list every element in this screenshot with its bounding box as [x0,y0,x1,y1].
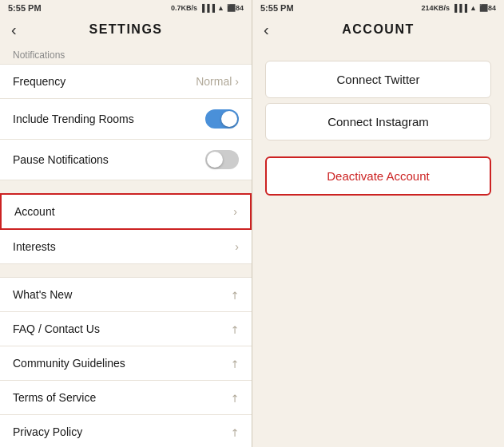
account-group: Account › Interests › [0,193,252,264]
account-content: Connect Twitter Connect Instagram Deacti… [252,43,504,447]
toggle-thumb-pause [207,152,223,168]
tos-arrow: ↗ [227,390,241,405]
deactivate-account-button[interactable]: Deactivate Account [265,156,491,196]
settings-title: SETTINGS [89,22,162,37]
status-icons-right: 214KB/s ▐▐▐ ▲ ⬛84 [421,4,496,12]
account-label: Account [14,205,55,218]
privacy-label: Privacy Policy [13,425,82,438]
faq-label: FAQ / Contact Us [13,322,100,335]
back-button-left[interactable]: ‹ [11,21,17,39]
interests-item[interactable]: Interests › [0,230,252,264]
frequency-label: Frequency [13,75,65,88]
frequency-item[interactable]: Frequency Normal › [0,64,252,99]
settings-header: ‹ SETTINGS [0,16,252,43]
right-panel: 5:55 PM 214KB/s ▐▐▐ ▲ ⬛84 ‹ ACCOUNT Conn… [252,0,504,447]
left-panel: 5:55 PM 0.7KB/s ▐▐▐ ▲ ⬛84 ‹ SETTINGS Not… [0,0,252,447]
connect-twitter-button[interactable]: Connect Twitter [265,61,491,98]
community-label: Community Guidelines [13,357,125,370]
frequency-value: Normal [196,75,232,88]
pause-notifications-toggle[interactable] [205,150,239,169]
frequency-chevron: › [235,75,239,88]
battery-icon-right: ⬛84 [479,4,496,12]
status-icons-left: 0.7KB/s ▐▐▐ ▲ ⬛84 [171,4,244,12]
tos-label: Terms of Service [13,391,96,404]
battery-icon-left: ⬛84 [227,4,244,12]
notifications-group: Frequency Normal › Include Trending Room… [0,64,252,180]
time-left: 5:55 PM [8,3,42,13]
settings-content: Notifications Frequency Normal › Include… [0,43,252,447]
trending-rooms-label: Include Trending Rooms [13,113,134,125]
wifi-icon-left: ▲ [217,4,224,12]
account-chevron: › [233,205,237,218]
account-top-space [252,43,504,56]
faq-item[interactable]: FAQ / Contact Us ↗ [0,312,252,346]
whats-new-arrow: ↗ [227,287,241,302]
faq-arrow: ↗ [227,322,241,336]
network-speed-right: 214KB/s [421,4,450,12]
account-title: ACCOUNT [342,22,415,37]
community-item[interactable]: Community Guidelines ↗ [0,346,252,381]
separator-2 [0,264,252,277]
separator-1 [0,180,252,193]
status-bar-right: 5:55 PM 214KB/s ▐▐▐ ▲ ⬛84 [252,0,504,16]
frequency-right: Normal › [196,75,239,88]
back-button-right[interactable]: ‹ [264,21,269,39]
signal-icon-right: ▐▐▐ [452,4,467,12]
interests-label: Interests [13,240,56,253]
status-bar-left: 5:55 PM 0.7KB/s ▐▐▐ ▲ ⬛84 [0,0,252,16]
trending-rooms-toggle[interactable] [205,109,239,129]
pause-notifications-item[interactable]: Pause Notifications [0,140,252,180]
signal-icon-left: ▐▐▐ [200,4,215,12]
notifications-section-label: Notifications [0,43,252,64]
privacy-item[interactable]: Privacy Policy ↗ [0,415,252,447]
connect-instagram-button[interactable]: Connect Instagram [265,103,491,140]
account-header: ‹ ACCOUNT [252,16,504,43]
community-arrow: ↗ [227,356,241,370]
trending-rooms-item[interactable]: Include Trending Rooms [0,99,252,140]
tos-item[interactable]: Terms of Service ↗ [0,381,252,415]
whats-new-item[interactable]: What's New ↗ [0,277,252,312]
account-item[interactable]: Account › [0,193,252,230]
network-speed-left: 0.7KB/s [171,4,197,12]
privacy-arrow: ↗ [227,425,241,439]
toggle-thumb-trending [221,111,237,127]
time-right: 5:55 PM [260,3,294,13]
whats-new-label: What's New [13,288,72,301]
wifi-icon-right: ▲ [470,4,477,12]
interests-chevron: › [235,240,239,253]
pause-notifications-label: Pause Notifications [13,153,109,166]
links-group: What's New ↗ FAQ / Contact Us ↗ Communit… [0,277,252,447]
